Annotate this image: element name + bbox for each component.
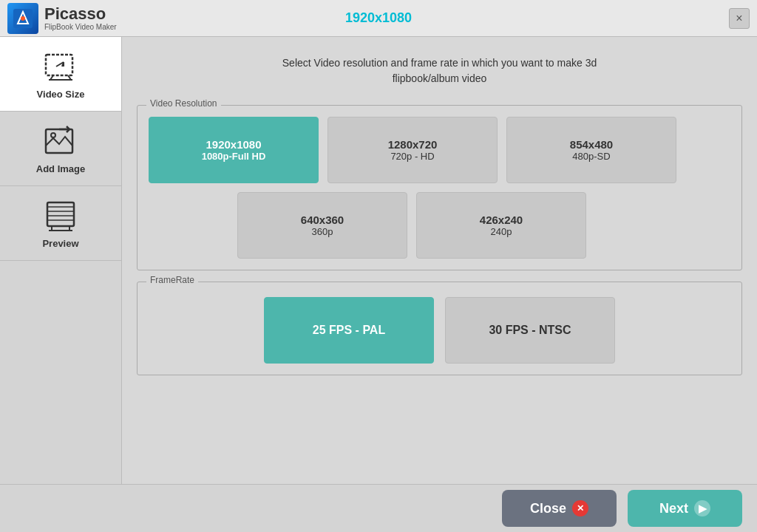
close-x-icon: ✕ bbox=[572, 500, 588, 516]
video-size-icon bbox=[42, 48, 79, 85]
svg-rect-13 bbox=[47, 202, 74, 226]
svg-point-2 bbox=[21, 16, 25, 21]
next-arrow-icon: ▶ bbox=[694, 500, 710, 516]
add-image-icon bbox=[42, 123, 79, 160]
app-name: Picasso bbox=[44, 5, 117, 23]
bottom-bar: Close ✕ Next ▶ bbox=[0, 484, 757, 532]
main-window: Picasso FlipBook Video Maker 1920x1080 × bbox=[0, 0, 757, 532]
resolution-854x480[interactable]: 854x480 480p-SD bbox=[506, 117, 676, 183]
resolution-1920x1080[interactable]: 1920x1080 1080p-Full HD bbox=[149, 117, 319, 183]
main-area: Video Size Add Image bbox=[0, 37, 757, 484]
resolution-640x360[interactable]: 640x360 360p bbox=[237, 192, 407, 259]
video-resolution-group: Video Resolution 1920x1080 1080p-Full HD… bbox=[137, 105, 742, 270]
svg-point-11 bbox=[51, 133, 55, 137]
sidebar-item-video-size[interactable]: Video Size bbox=[0, 37, 121, 112]
description-text: Select Video resolution and frame rate i… bbox=[137, 52, 742, 94]
resolution-row-2: 640x360 360p 426x240 240p bbox=[149, 192, 730, 259]
sidebar: Video Size Add Image bbox=[0, 37, 122, 484]
resolution-426x240[interactable]: 426x240 240p bbox=[416, 192, 586, 259]
sidebar-label-preview: Preview bbox=[42, 238, 78, 249]
title-bar: Picasso FlipBook Video Maker 1920x1080 × bbox=[0, 0, 757, 37]
logo-icon bbox=[7, 3, 38, 34]
resolution-row-1: 1920x1080 1080p-Full HD 1280x720 720p - … bbox=[149, 117, 730, 183]
framerate-group: FrameRate 25 FPS - PAL 30 FPS - NTSC bbox=[137, 282, 742, 375]
fps-30-ntsc[interactable]: 30 FPS - NTSC bbox=[445, 297, 615, 364]
sidebar-label-add-image: Add Image bbox=[36, 163, 85, 174]
app-sub: FlipBook Video Maker bbox=[44, 23, 117, 31]
sidebar-item-add-image[interactable]: Add Image bbox=[0, 112, 121, 186]
framerate-options: 25 FPS - PAL 30 FPS - NTSC bbox=[149, 297, 730, 364]
fps-25-pal[interactable]: 25 FPS - PAL bbox=[264, 297, 434, 364]
video-resolution-label: Video Resolution bbox=[146, 98, 221, 109]
window-title: 1920x1080 bbox=[345, 10, 412, 26]
next-button-label: Next bbox=[659, 501, 688, 516]
framerate-label: FrameRate bbox=[146, 275, 198, 285]
sidebar-item-preview[interactable]: Preview bbox=[0, 186, 121, 261]
resolution-1280x720[interactable]: 1280x720 720p - HD bbox=[327, 117, 498, 183]
close-button[interactable]: Close ✕ bbox=[502, 490, 617, 527]
preview-icon bbox=[42, 197, 79, 234]
sidebar-label-video-size: Video Size bbox=[37, 89, 85, 100]
next-button[interactable]: Next ▶ bbox=[628, 490, 742, 527]
logo-area: Picasso FlipBook Video Maker bbox=[7, 3, 117, 34]
close-button-label: Close bbox=[530, 501, 566, 516]
window-close-button[interactable]: × bbox=[729, 8, 750, 29]
logo-text: Picasso FlipBook Video Maker bbox=[44, 5, 117, 31]
content-panel: Select Video resolution and frame rate i… bbox=[122, 37, 757, 484]
